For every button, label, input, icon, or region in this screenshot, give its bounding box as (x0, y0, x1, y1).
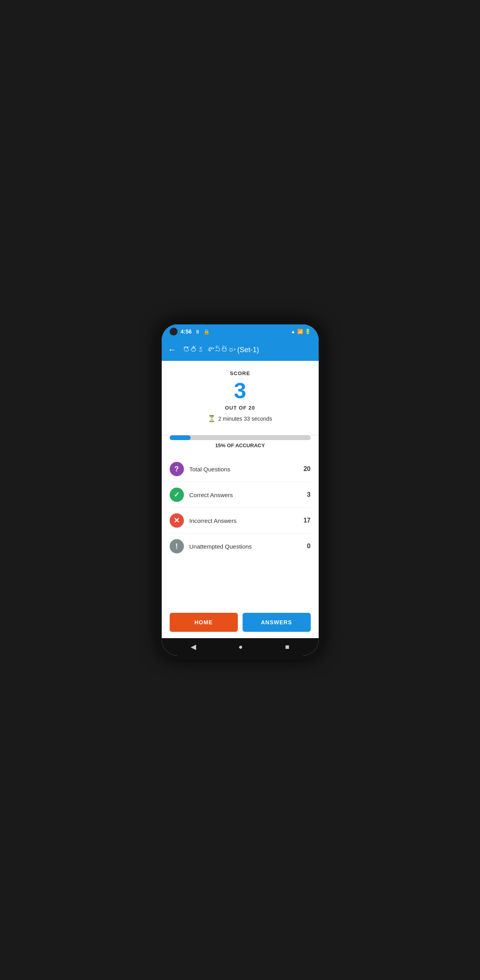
score-section: SCORE 3 OUT OF 20 ⏳ 2 minutes 33 seconds (162, 361, 319, 435)
progress-bar-fill (170, 435, 191, 440)
timer-row: ⏳ 2 minutes 33 seconds (170, 415, 311, 422)
status-icons: ▲ 📶 🔋 (291, 329, 311, 334)
stat-row-incorrect: ✕ Incorrect Answers 17 (170, 508, 311, 534)
incorrect-answers-icon: ✕ (170, 513, 184, 528)
total-questions-icon: ? (170, 462, 184, 476)
incorrect-answers-value: 17 (304, 517, 311, 524)
stat-row-total: ? Total Questions 20 (170, 456, 311, 482)
unattempted-questions-label: Unattempted Questions (189, 543, 307, 550)
score-value: 3 (170, 379, 311, 402)
unattempted-questions-icon: ! (170, 539, 184, 553)
app-title: భౌతిక శాస్త్రం (Set-1) (183, 346, 259, 354)
content-area: SCORE 3 OUT OF 20 ⏳ 2 minutes 33 seconds… (162, 361, 319, 638)
stats-list: ? Total Questions 20 ✓ Correct Answers 3… (162, 453, 319, 562)
media-icon: ⏸ (195, 329, 200, 335)
status-left: 4:56 ⏸ 🔒 (170, 328, 210, 336)
total-questions-value: 20 (304, 465, 311, 473)
progress-container: 15% OF ACCURACY (162, 435, 319, 453)
unattempted-questions-value: 0 (307, 543, 311, 550)
correct-answers-value: 3 (307, 491, 311, 498)
score-label: SCORE (170, 370, 311, 376)
answers-button[interactable]: ANSWERS (243, 613, 311, 632)
nav-recent-button[interactable]: ■ (285, 643, 289, 651)
timer-text: 2 minutes 33 seconds (218, 416, 272, 422)
battery-icon: 🔋 (305, 329, 311, 334)
incorrect-answers-label: Incorrect Answers (189, 517, 304, 524)
total-questions-label: Total Questions (189, 466, 304, 473)
accuracy-label: 15% OF ACCURACY (170, 442, 311, 448)
app-bar: ← భౌతిక శాస్త్రం (Set-1) (162, 339, 319, 361)
lock-icon: 🔒 (203, 329, 210, 335)
wifi-icon: ▲ (291, 329, 296, 334)
stat-row-unattempted: ! Unattempted Questions 0 (170, 534, 311, 559)
bottom-nav: ◀ ● ■ (162, 638, 319, 656)
status-bar: 4:56 ⏸ 🔒 ▲ 📶 🔋 (162, 324, 319, 339)
signal-icon: 📶 (297, 329, 303, 334)
phone-frame: 4:56 ⏸ 🔒 ▲ 📶 🔋 ← భౌతిక శాస్త్రం (Set-1) … (157, 320, 323, 660)
correct-answers-label: Correct Answers (189, 492, 307, 498)
phone-inner: 4:56 ⏸ 🔒 ▲ 📶 🔋 ← భౌతిక శాస్త్రం (Set-1) … (162, 324, 319, 656)
back-button[interactable]: ← (168, 345, 177, 355)
timer-icon: ⏳ (208, 415, 216, 422)
stat-row-correct: ✓ Correct Answers 3 (170, 482, 311, 508)
nav-back-button[interactable]: ◀ (191, 643, 196, 651)
home-button[interactable]: HOME (170, 613, 238, 632)
camera-dot (170, 328, 178, 336)
button-row: HOME ANSWERS (162, 606, 319, 638)
status-time: 4:56 (181, 328, 192, 335)
correct-answers-icon: ✓ (170, 488, 184, 502)
out-of-label: OUT OF 20 (170, 405, 311, 411)
nav-home-button[interactable]: ● (239, 643, 243, 651)
progress-bar-bg (170, 435, 311, 440)
